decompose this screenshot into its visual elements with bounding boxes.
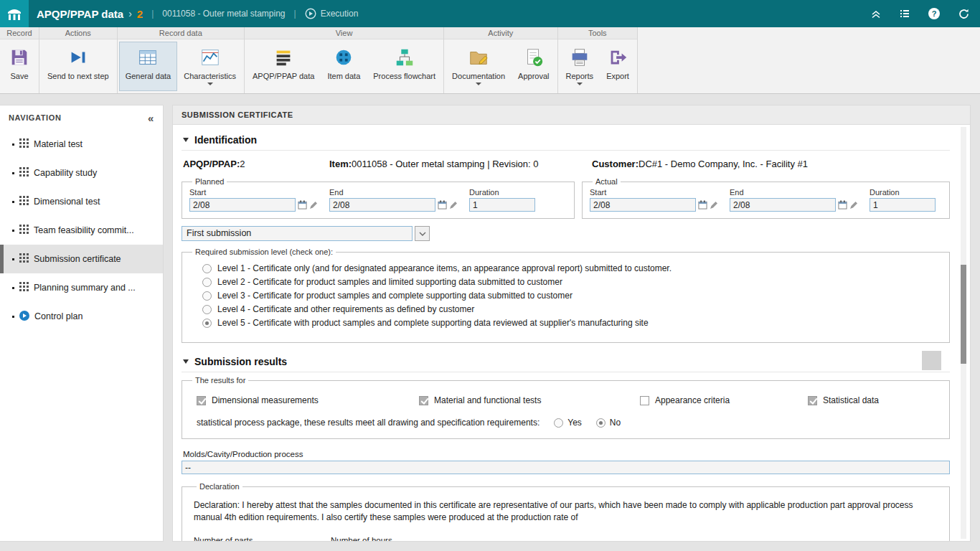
requirements-statement: statistical process package, these resul… [197,418,540,428]
sidebar-item-capability-study[interactable]: Capability study [0,159,163,187]
actual-end-input[interactable] [730,198,836,212]
level-3-option[interactable]: Level 3 - Certificate for product sample… [202,291,942,301]
radio-button[interactable] [202,278,212,287]
approval-button[interactable]: Approval [512,42,555,91]
documentation-button[interactable]: Documentation [446,42,512,91]
radio-button[interactable] [596,418,606,428]
breadcrumb-chevron-icon: › [128,8,132,19]
save-button[interactable]: Save [1,42,37,91]
scroll-handle-box[interactable] [922,351,941,370]
submission-type-select[interactable]: First submission [182,226,413,241]
customer-value: DC#1 - Demo Company, Inc. - Facility #1 [639,159,808,169]
level-1-option[interactable]: Level 1 - Certificate only (and for desi… [202,263,942,273]
edit-pencil-icon[interactable] [849,201,858,209]
topbar: APQP/PPAP data › 2 | 0011058 - Outer met… [0,0,980,27]
yes-option[interactable]: Yes [554,418,582,428]
checkbox[interactable] [197,396,206,405]
radio-button[interactable] [554,418,563,428]
characteristic-matrix-icon [19,138,29,150]
send-next-step-icon [67,47,89,70]
level-5-option[interactable]: Level 5 - Certificate with product sampl… [202,318,942,328]
help-icon[interactable]: ? [928,7,941,20]
general-data-button[interactable]: General data [119,42,178,91]
approval-icon [523,47,545,70]
characteristics-button[interactable]: Characteristics [177,42,242,91]
no-option[interactable]: No [596,418,621,428]
ribbon-group-tools: Tools Reports Export [558,27,639,93]
send-to-next-step-button[interactable]: Send to next step [41,42,116,91]
export-button[interactable]: Export [600,42,636,91]
sidebar-item-label: Planning summary and ... [34,283,136,293]
dimensional-measurements-option[interactable]: Dimensional measurements [197,395,419,405]
statistical-data-option[interactable]: Statistical data [808,395,879,405]
submission-results-section-header[interactable]: Submission results [182,349,950,372]
collapse-sidebar-icon[interactable]: « [148,113,154,123]
calendar-icon[interactable] [838,200,847,209]
sidebar-item-label: Team feasibility commit... [34,225,134,235]
edit-pencil-icon[interactable] [309,201,318,209]
radio-button[interactable] [202,305,212,314]
submission-type-dropdown-button[interactable] [415,226,430,241]
separator: | [151,9,154,19]
end-label: End [329,188,458,197]
step-number[interactable]: 2 [137,8,143,20]
app-logo-icon[interactable] [0,0,29,27]
edit-pencil-icon[interactable] [449,201,458,209]
calendar-icon[interactable] [698,200,707,209]
level-1-label: Level 1 - Certificate only (and for desi… [217,263,672,273]
radio-button[interactable] [202,264,212,273]
scrollbar-thumb[interactable] [961,265,966,364]
apqp-ppap-data-button[interactable]: APQP/PPAP data [246,42,321,91]
actual-duration-input[interactable] [870,198,936,212]
checkbox[interactable] [808,396,817,405]
calendar-icon[interactable] [438,200,447,209]
list-menu-icon[interactable] [899,8,910,19]
calendar-icon[interactable] [298,200,307,209]
checkbox-label: Appearance criteria [655,395,730,405]
chevron-down-icon [476,83,481,85]
reports-button[interactable]: Reports [560,42,600,91]
actual-start-input[interactable] [590,198,696,212]
planned-duration-input[interactable] [469,198,535,212]
identification-section-header[interactable]: Identification [182,128,950,151]
molds-cavity-input[interactable] [182,461,950,474]
item-label: Item: [329,159,352,169]
sidebar-item-planning-summary[interactable]: Planning summary and ... [0,273,163,302]
reports-label: Reports [566,72,594,80]
planned-start-input[interactable] [189,198,296,212]
radio-button[interactable] [202,319,212,328]
edit-pencil-icon[interactable] [710,201,718,209]
sidebar-item-submission-certificate[interactable]: Submission certificate [0,245,163,273]
collapse-section-icon[interactable] [183,138,189,142]
radio-button[interactable] [202,291,212,301]
process-flowchart-button[interactable]: Process flowchart [367,42,442,91]
sidebar-item-control-plan[interactable]: Control plan [0,302,163,331]
characteristic-matrix-icon [19,225,29,236]
refresh-icon[interactable] [958,8,970,20]
material-functional-tests-option[interactable]: Material and functional tests [419,395,640,405]
level-4-option[interactable]: Level 4 - Certificate and other requirem… [202,304,942,314]
level-2-option[interactable]: Level 2 - Certificate for product sample… [202,277,942,287]
collapse-section-icon[interactable] [183,359,189,364]
export-label: Export [606,72,629,80]
appearance-criteria-option[interactable]: Appearance criteria [640,395,808,405]
planned-end-input[interactable] [329,198,435,212]
ribbon-group-label: Record [0,27,39,39]
sidebar-item-material-test[interactable]: Material test [0,130,163,159]
sidebar-item-team-feasibility[interactable]: Team feasibility commit... [0,216,163,245]
bullet-icon [12,258,14,260]
checkbox[interactable] [640,396,649,405]
level-5-label: Level 5 - Certificate with product sampl… [217,318,649,328]
checkbox[interactable] [419,396,428,405]
actual-fieldset: Actual Start End [582,177,950,219]
sidebar-item-label: Capability study [34,168,97,178]
export-icon [607,47,628,70]
ribbon-group-label: Activity [444,27,557,39]
section-title: Identification [194,134,257,146]
sidebar-item-label: Submission certificate [34,254,121,264]
sidebar-item-dimensional-test[interactable]: Dimensional test [0,187,163,216]
item-data-button[interactable]: Item data [321,42,367,91]
documentation-icon [468,47,489,70]
collapse-ribbon-icon[interactable] [870,8,882,19]
sidebar-title: NAVIGATION [9,113,61,122]
